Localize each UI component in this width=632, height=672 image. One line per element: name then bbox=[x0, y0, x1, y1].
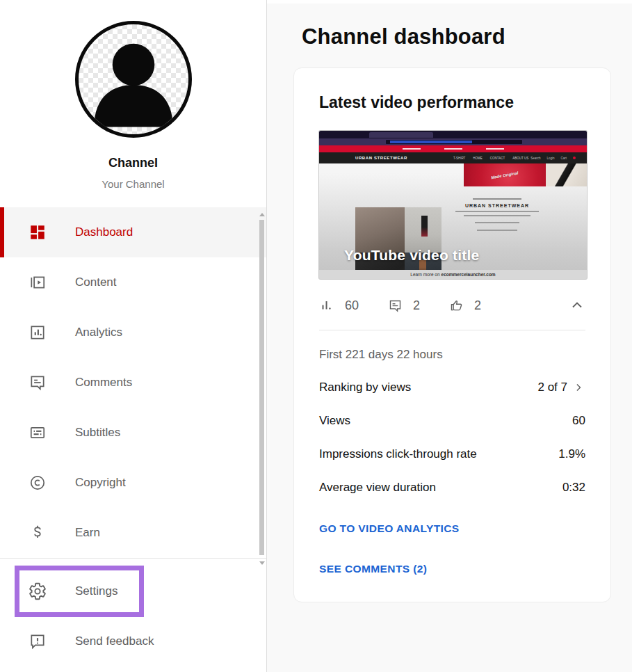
sidebar-item-analytics[interactable]: Analytics bbox=[0, 307, 266, 358]
page-title: Channel dashboard bbox=[302, 24, 632, 49]
site-nav-right: Search Login Cart bbox=[530, 157, 576, 160]
video-stats-row: 60 2 2 bbox=[319, 297, 585, 314]
feedback-icon bbox=[28, 632, 47, 651]
thumbs-up-icon bbox=[449, 298, 464, 313]
url-highlight bbox=[390, 141, 472, 143]
analytics-icon bbox=[28, 323, 47, 342]
collage-photo bbox=[405, 207, 441, 253]
sidebar-item-label: Dashboard bbox=[75, 225, 133, 239]
sidebar: Channel Your Channel Dashboard bbox=[0, 0, 267, 672]
comments-count: 2 bbox=[413, 298, 420, 313]
comments-stat: 2 bbox=[388, 298, 420, 313]
metrics-list: Ranking by views 2 of 7 Views 60 Impress… bbox=[319, 371, 585, 504]
side-photo bbox=[546, 163, 587, 186]
channel-avatar bbox=[75, 21, 192, 138]
video-thumbnail[interactable]: URBAN STREETWEAR T-SHIRT HOME CONTACT AB… bbox=[319, 131, 587, 279]
browser-address-bar bbox=[319, 138, 587, 145]
sidebar-item-send-feedback[interactable]: Send feedback bbox=[0, 617, 266, 666]
content-icon bbox=[28, 273, 47, 292]
comments-icon bbox=[28, 373, 47, 392]
sidebar-item-label: Subtitles bbox=[75, 426, 120, 440]
likes-stat: 2 bbox=[449, 298, 481, 313]
subtitles-icon bbox=[28, 423, 47, 442]
sidebar-item-earn[interactable]: Earn bbox=[0, 508, 266, 558]
thumbnail-footer-text: Learn more on ecommercelauncher.com bbox=[319, 270, 587, 279]
comment-icon bbox=[388, 298, 403, 313]
photo-collage bbox=[355, 207, 441, 279]
sidebar-item-label: Comments bbox=[75, 376, 132, 390]
card-heading: Latest video performance bbox=[319, 93, 585, 112]
go-to-video-analytics-link[interactable]: GO TO VIDEO ANALYTICS bbox=[319, 522, 585, 535]
browser-tab-bar bbox=[319, 131, 587, 138]
dashboard-icon bbox=[28, 223, 47, 242]
sidebar-item-label: Earn bbox=[75, 526, 100, 540]
sidebar-scrollbar[interactable] bbox=[259, 213, 265, 565]
chevron-right-icon bbox=[572, 381, 585, 394]
collage-photo bbox=[355, 207, 405, 253]
site-logo: URBAN STREETWEAR bbox=[355, 156, 407, 160]
channel-name: Channel bbox=[0, 156, 266, 170]
likes-count: 2 bbox=[474, 298, 481, 313]
youtube-studio-app: Channel Your Channel Dashboard bbox=[0, 0, 632, 672]
gear-icon bbox=[28, 582, 47, 601]
analytics-bars-icon bbox=[319, 298, 334, 313]
main-top-strip bbox=[267, 0, 632, 3]
browser-tab bbox=[369, 132, 433, 138]
settings-highlight-box: Settings bbox=[15, 566, 144, 617]
site-nav-menu: T-SHIRT HOME CONTACT ABOUT US bbox=[453, 157, 528, 160]
sidebar-menu: Dashboard Content bbox=[0, 207, 266, 558]
views-count: 60 bbox=[345, 298, 359, 313]
main-content: Channel dashboard Latest video performan… bbox=[267, 0, 632, 672]
url-bar bbox=[386, 140, 522, 144]
sidebar-item-label: Settings bbox=[75, 584, 118, 598]
sidebar-item-label: Copyright bbox=[75, 476, 126, 490]
person-silhouette-icon bbox=[79, 24, 188, 134]
sidebar-item-settings[interactable]: Settings bbox=[0, 559, 266, 617]
scrollbar-thumb[interactable] bbox=[259, 220, 264, 555]
channel-handle: Your Channel bbox=[0, 178, 266, 190]
latest-video-performance-card: Latest video performance URBAN STREETWEA… bbox=[293, 67, 611, 602]
sidebar-item-content[interactable]: Content bbox=[0, 257, 266, 307]
metric-row-avd: Average view duration 0:32 bbox=[319, 471, 585, 504]
video-title-overlay: YouTube video title bbox=[344, 247, 479, 264]
sidebar-item-label: Analytics bbox=[75, 326, 122, 339]
cart-badge bbox=[573, 157, 576, 159]
site-nav-bar: URBAN STREETWEAR T-SHIRT HOME CONTACT AB… bbox=[319, 152, 587, 163]
site-text-panel: URBAN STREETWEAR bbox=[446, 198, 549, 231]
copyright-icon bbox=[28, 473, 47, 493]
period-text: First 221 days 22 hours bbox=[319, 348, 585, 362]
scrollbar-down-arrow-icon[interactable] bbox=[259, 561, 265, 565]
site-promo-banner bbox=[319, 145, 587, 152]
sidebar-item-dashboard[interactable]: Dashboard bbox=[0, 207, 266, 257]
collapse-card-button[interactable] bbox=[569, 297, 585, 314]
sidebar-item-subtitles[interactable]: Subtitles bbox=[0, 408, 266, 458]
metric-row-ctr: Impressions click-through rate 1.9% bbox=[319, 438, 585, 471]
metric-row-ranking[interactable]: Ranking by views 2 of 7 bbox=[319, 371, 585, 404]
sidebar-item-copyright[interactable]: Copyright bbox=[0, 458, 266, 508]
metric-row-views: Views 60 bbox=[319, 404, 585, 438]
scrollbar-up-arrow-icon[interactable] bbox=[259, 213, 265, 216]
chevron-up-icon bbox=[569, 297, 585, 314]
sidebar-item-comments[interactable]: Comments bbox=[0, 358, 266, 408]
card-divider bbox=[319, 330, 585, 330]
see-comments-link[interactable]: SEE COMMENTS (2) bbox=[319, 563, 585, 575]
sidebar-item-label: Content bbox=[75, 275, 117, 289]
sidebar-item-label: Send feedback bbox=[75, 634, 154, 648]
earn-icon bbox=[28, 523, 47, 543]
views-stat: 60 bbox=[319, 298, 359, 313]
hoodie-photo: Made Original bbox=[464, 163, 546, 186]
